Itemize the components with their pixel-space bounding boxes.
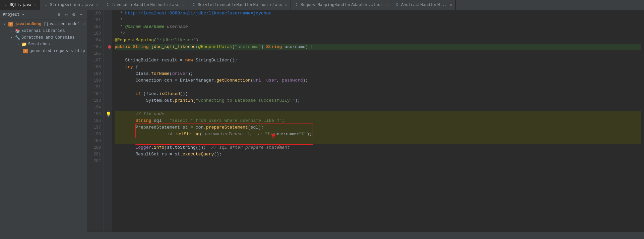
expand-arrow: ▸	[9, 29, 13, 33]
sidebar-toolbar: ⊕ ⇔ ⚙ −	[56, 12, 84, 18]
class-icon: C	[395, 3, 399, 7]
code-line-198: st.setString( parameterIndex: 1, x: "%"+…	[115, 131, 641, 138]
code-editor[interactable]: * http://localhost:8080/sqli/jdbc/likese…	[112, 10, 644, 232]
sidebar-item-project-root[interactable]: ▾ P javaLouDong [java-sec-code] D:\daim	[0, 21, 87, 28]
folder-icon: 📁	[21, 42, 27, 47]
code-line-191	[115, 84, 641, 91]
line-num: 184	[88, 37, 101, 44]
sidebar-item-generated-requests[interactable]: H generated-requests.http	[0, 48, 87, 54]
sidebar-item-label: generated-requests.http	[29, 49, 85, 53]
code-line-183: */	[115, 30, 641, 37]
line-num: 197	[88, 124, 101, 131]
class-icon: C	[294, 3, 299, 7]
code-area: 180 181 182 183 184 185 186 187 188 189 …	[87, 10, 644, 239]
class-icon: C	[106, 3, 110, 7]
project-icon: P	[8, 21, 13, 27]
code-line-180: * http://localhost:8080/sqli/jdbc/likese…	[115, 10, 641, 17]
sidebar-item-scratches[interactable]: ▾ 📁 Scratches	[0, 41, 87, 48]
line-num: 194	[88, 104, 101, 111]
line-num: 186	[88, 50, 101, 57]
line-num: 193	[88, 97, 101, 104]
line-num: 185	[88, 44, 101, 50]
code-line-202	[115, 158, 641, 164]
tab-label: ServletInvocableHandlerMethod.class	[198, 3, 282, 7]
line-num: 191	[88, 84, 101, 91]
tab-close-btn[interactable]: ✕	[35, 3, 37, 7]
line-numbers: 180 181 182 183 184 185 186 187 188 189 …	[87, 10, 104, 232]
line-num: 192	[88, 91, 101, 97]
project-path: D:\daim	[82, 22, 87, 26]
line-num: 200	[88, 144, 101, 151]
tab-bar: ☕ SQLi.java ✕ ☕ StringBuilder.java ✕ C I…	[0, 0, 644, 10]
sidebar-item-label: External Libraries	[21, 29, 65, 33]
tab-label: InvocableHandlerMethod.class	[112, 3, 180, 7]
line-num: 187	[88, 57, 101, 64]
code-line-193: System.out.println("Connecting to Databa…	[115, 97, 641, 104]
code-line-182: * @param username username	[115, 23, 641, 30]
tab-close-btn[interactable]: ✕	[96, 3, 98, 7]
tab-invocable-class[interactable]: C InvocableHandlerMethod.class ✕	[102, 0, 188, 10]
code-line-190: Connection con = DriverManager.getConnec…	[115, 77, 641, 84]
tab-requestmapping-class[interactable]: C RequestMappingHandlerAdapter.class ✕	[291, 0, 391, 10]
code-line-181: *	[115, 17, 641, 23]
minimize-icon[interactable]: −	[78, 12, 84, 18]
gutter-breakpoint	[108, 45, 111, 49]
code-line-201: ResultSet rs = st.executeQuery();	[115, 151, 641, 158]
tab-stringbuilder-java[interactable]: ☕ StringBuilder.java ✕	[40, 0, 102, 10]
collapse-icon[interactable]: ⇔	[63, 12, 69, 18]
line-num: 189	[88, 70, 101, 77]
main-content: Project ▾ ⊕ ⇔ ⚙ − ▾ P javaLouDong [java-…	[0, 10, 644, 239]
code-container: 180 181 182 183 184 185 186 187 188 189 …	[87, 10, 644, 232]
project-name: javaLouDong [java-sec-code]	[15, 22, 80, 27]
java-icon: ☕	[44, 3, 48, 7]
line-num: 181	[88, 17, 101, 23]
class-icon: C	[191, 3, 196, 7]
code-line-194	[115, 104, 641, 111]
line-num: 195	[88, 111, 101, 117]
tab-close-btn[interactable]: ✕	[182, 3, 184, 7]
settings-icon[interactable]: ⚙	[71, 12, 77, 18]
code-line-200: logger.info(st.toString()); // sql after…	[115, 144, 641, 151]
sidebar: Project ▾ ⊕ ⇔ ⚙ − ▾ P javaLouDong [java-…	[0, 10, 87, 239]
tab-servlet-class[interactable]: C ServletInvocableHandlerMethod.class ✕	[188, 0, 291, 10]
line-num: 196	[88, 117, 101, 124]
sidebar-tree: ▾ P javaLouDong [java-sec-code] D:\daim …	[0, 19, 87, 239]
tab-close-btn[interactable]: ✕	[450, 3, 452, 7]
expand-arrow: ▾	[16, 42, 20, 46]
tab-abstract-class[interactable]: C AbstractHandlerM... ✕	[391, 0, 456, 10]
expand-arrow: ▾	[9, 36, 13, 40]
code-line-188: try {	[115, 64, 641, 70]
code-line-199	[115, 138, 641, 144]
sidebar-item-scratches-consoles[interactable]: ▾ 🔧 Scratches and Consoles	[0, 34, 87, 41]
tab-close-btn[interactable]: ✕	[285, 3, 287, 7]
code-line-189: Class.forName(driver);	[115, 70, 641, 77]
svg-marker-1	[270, 134, 275, 138]
java-icon: ☕	[3, 3, 8, 7]
line-num: 188	[88, 64, 101, 70]
tab-label: SQLi.java	[10, 3, 31, 7]
code-line-192: if (!con.isClosed())	[115, 91, 641, 97]
line-num: 190	[88, 77, 101, 84]
scratches-icon: 🔧	[15, 35, 20, 40]
code-line-184: @RequestMapping("/jdbc/likesec")	[115, 37, 641, 44]
expand-arrow: ▾	[3, 22, 7, 26]
tab-label: RequestMappingHandlerAdapter.class	[301, 3, 383, 7]
tab-sqli-java[interactable]: ☕ SQLi.java ✕	[0, 0, 40, 10]
code-line-185: public String jdbc_sqli_likesec(@Request…	[115, 44, 641, 50]
code-line-195: // fix code	[115, 111, 641, 117]
sidebar-header: Project ▾ ⊕ ⇔ ⚙ −	[0, 10, 87, 19]
line-num: 182	[88, 23, 101, 30]
lightbulb-icon[interactable]: 💡	[106, 111, 111, 117]
code-line-186	[115, 50, 641, 57]
line-num: 202	[88, 158, 101, 164]
sidebar-item-external-libs[interactable]: ▸ 📚 External Libraries	[0, 28, 87, 34]
code-line-187: StringBuilder result = new StringBuilder…	[115, 57, 641, 64]
http-file-icon: H	[23, 48, 28, 54]
tab-label: StringBuilder.java	[50, 3, 93, 7]
tab-label: AbstractHandlerM...	[401, 3, 447, 7]
library-icon: 📚	[15, 28, 20, 34]
locate-icon[interactable]: ⊕	[56, 12, 62, 18]
line-num: 198	[88, 131, 101, 138]
tab-close-btn[interactable]: ✕	[386, 3, 388, 7]
line-num: 180	[88, 10, 101, 17]
